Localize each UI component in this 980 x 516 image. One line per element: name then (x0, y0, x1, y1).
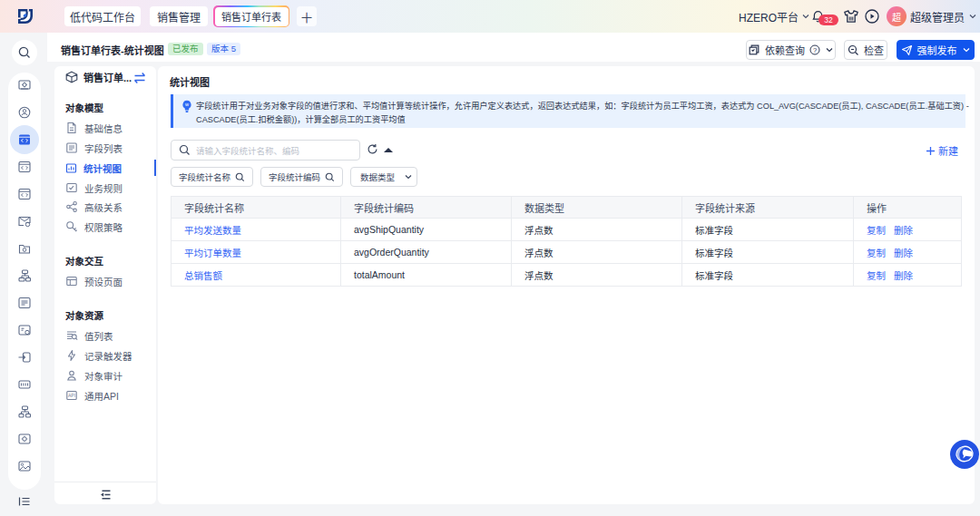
svg-text:w: w (184, 102, 189, 107)
svg-text:?: ? (813, 46, 817, 54)
svg-text:API: API (68, 393, 75, 398)
